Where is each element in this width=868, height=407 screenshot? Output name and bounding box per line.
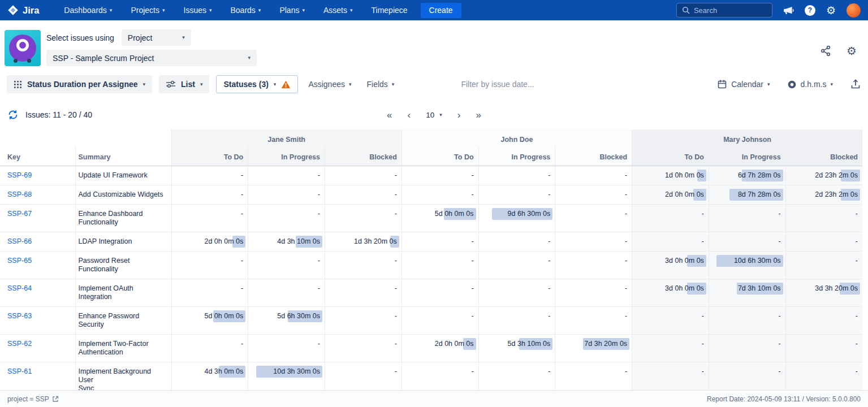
announcements-icon[interactable] [783,6,794,15]
duration-cell: 2d 0h 0m 0s [401,334,478,362]
duration-cell: - [325,251,402,279]
jira-logo-icon [7,5,19,16]
select-issues-label: Select issues using [46,33,114,42]
duration-cell: - [632,232,709,251]
report-settings-icon[interactable]: ⚙ [847,45,857,57]
issue-date-filter-input[interactable] [461,80,577,89]
issue-key-cell: SSP-69 [0,166,75,185]
duration-cell: - [555,306,632,334]
issue-key-link[interactable]: SSP-63 [7,312,32,320]
duration-cell: 10d 6h 30m 0s [709,251,785,279]
issue-source-value: Project [128,33,153,42]
issue-key-link[interactable]: SSP-62 [7,340,32,348]
share-icon[interactable] [820,45,831,57]
statuses-filter-dropdown[interactable]: Statuses (3) ▾ [216,75,298,93]
refresh-icon[interactable] [7,109,19,120]
fields-dropdown[interactable]: Fields ▾ [367,80,395,89]
duration-cell: 2d 23h 2m 0s [785,185,862,204]
calendar-dropdown[interactable]: Calendar ▾ [717,79,770,89]
duration-cell: 2d 0h 0m 0s [632,185,709,204]
duration-cell: - [248,251,325,279]
nav-item-boards[interactable]: Boards▾ [231,6,261,15]
issue-key-cell: SSP-64 [0,279,75,306]
global-search[interactable] [676,3,772,18]
nav-item-timepiece[interactable]: Timepiece [372,6,408,15]
status-column-header: To Do [401,146,478,166]
chevron-down-icon: ▾ [350,8,353,13]
user-avatar[interactable] [847,3,861,18]
report-toolbar: Status Duration per Assignee ▾ List ▾ St… [0,68,868,100]
duration-cell: - [401,306,478,334]
duration-cell: - [248,166,325,185]
assignees-filter-label: Assignees [308,80,345,89]
nav-item-projects[interactable]: Projects▾ [131,6,165,15]
summary-column-header: Summary [75,146,171,166]
nav-item-issues[interactable]: Issues▾ [184,6,212,15]
export-icon[interactable] [850,79,861,90]
chevron-down-icon: ▾ [258,8,261,13]
first-page-button[interactable]: « [387,110,392,120]
duration-cell: 4d 3h 10m 0s [248,232,325,251]
project-filter-text: project = SSP [7,395,49,403]
chevron-down-icon: ▾ [392,82,395,87]
duration-cell: - [555,204,632,232]
duration-cell: - [555,232,632,251]
issue-key-link[interactable]: SSP-68 [7,190,32,198]
search-input[interactable] [694,6,767,15]
chevron-down-icon: ▾ [209,8,212,13]
duration-cell: 5d 6h 30m 0s [248,306,325,334]
nav-item-assets[interactable]: Assets▾ [323,6,353,15]
issue-key-link[interactable]: SSP-65 [7,257,32,265]
duration-cell: - [401,251,478,279]
assignees-filter-dropdown[interactable]: Assignees ▾ [308,80,351,89]
help-icon[interactable]: ? [805,5,815,16]
issue-key-link[interactable]: SSP-64 [7,284,32,292]
project-filter-link[interactable]: project = SSP [7,395,59,403]
settings-icon[interactable]: ⚙ [826,5,836,16]
duration-cell: - [555,251,632,279]
issue-row: SSP-64Implement OAuthIntegration------3d… [0,279,862,306]
issue-key-link[interactable]: SSP-69 [7,171,32,179]
time-format-dropdown[interactable]: d.h.m.s ▾ [787,80,833,89]
issue-row: SSP-67Enhance DashboardFunctionality---5… [0,204,862,232]
status-column-header: To Do [632,146,709,166]
duration-cell: - [325,334,402,362]
page-size-dropdown[interactable]: 10 ▾ [426,111,442,119]
issue-key-link[interactable]: SSP-67 [7,210,32,218]
issue-row: SSP-68Add Customizable Widgets------2d 0… [0,185,862,204]
issue-source-select[interactable]: Project ▾ [122,29,191,46]
calendar-label: Calendar [731,80,763,89]
duration-cell: - [171,279,248,306]
duration-cell: - [171,166,248,185]
next-page-button[interactable]: › [457,110,461,120]
prev-page-button[interactable]: ‹ [408,110,411,120]
duration-cell: - [171,185,248,204]
duration-cell: - [401,279,478,306]
status-column-header: Blocked [785,146,862,166]
statuses-filter-label: Statuses (3) [223,80,268,89]
view-mode-dropdown[interactable]: List ▾ [159,75,209,93]
issue-key-link[interactable]: SSP-66 [7,237,32,245]
status-column-header: In Progress [248,146,325,166]
duration-cell: - [248,279,325,306]
duration-cell: - [325,306,402,334]
report-type-dropdown[interactable]: Status Duration per Assignee ▾ [7,75,152,93]
report-type-label: Status Duration per Assignee [27,80,138,89]
topbar-right: ? ⚙ [676,3,861,18]
duration-cell: - [325,279,402,306]
chevron-down-icon: ▾ [302,8,305,13]
pagination: « ‹ 10 ▾ › » [387,110,481,120]
project-select[interactable]: SSP - Sample Scrum Project ▾ [46,50,257,66]
issue-key-link[interactable]: SSP-61 [7,367,32,375]
calendar-icon [717,79,727,89]
duration-cell: 7d 3h 10m 0s [709,279,785,306]
jira-logo[interactable]: Jira [7,5,39,16]
last-page-button[interactable]: » [476,110,481,120]
duration-cell: 2d 0h 0m 0s [171,232,248,251]
duration-cell: - [709,306,785,334]
duration-cell: 2d 23h 2m 0s [785,166,862,185]
nav-item-plans[interactable]: Plans▾ [279,6,305,15]
nav-item-dashboards[interactable]: Dashboards▾ [64,6,112,15]
create-button[interactable]: Create [421,3,461,18]
status-column-header: Blocked [555,146,632,166]
